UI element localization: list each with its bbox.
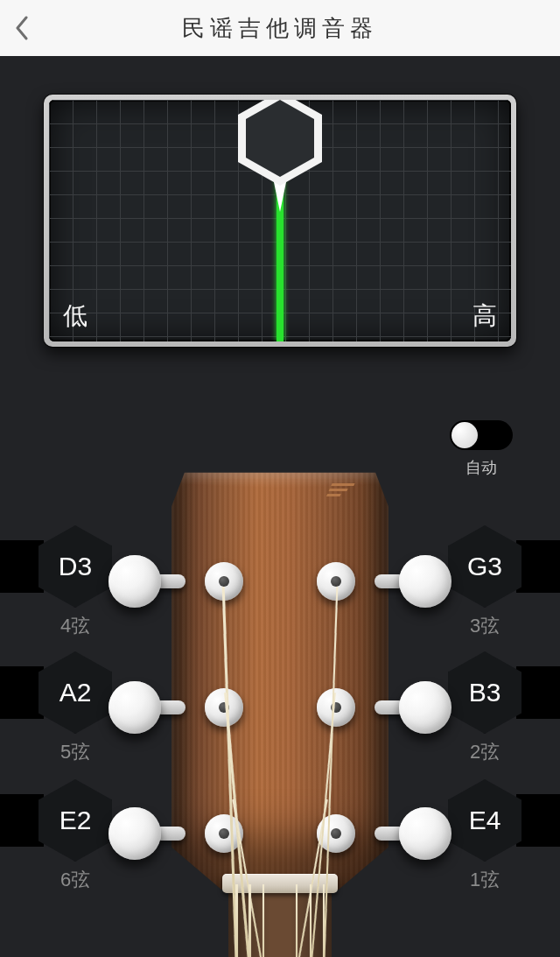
tuner-knob-l1 bbox=[108, 555, 161, 608]
back-button[interactable] bbox=[12, 12, 32, 44]
string-button-g3[interactable]: G3 bbox=[448, 525, 522, 608]
string-stub-left-1 bbox=[0, 540, 44, 593]
string-name-1: 1弦 bbox=[448, 867, 522, 893]
app-body: 低 高 自动 D3 4弦 A2 5弦 E2 6弦 G3 3弦 B3 2弦 E4 … bbox=[0, 56, 560, 957]
string-stub-left-3 bbox=[0, 794, 44, 847]
string-stub-left-2 bbox=[0, 666, 44, 719]
string-5-fret bbox=[248, 884, 251, 957]
tuner-knob-r1 bbox=[399, 555, 452, 608]
string-1-fret bbox=[323, 884, 325, 957]
tuner-knob-r2 bbox=[399, 681, 452, 734]
string-button-e4[interactable]: E4 bbox=[448, 779, 522, 862]
auto-toggle-label: 自动 bbox=[450, 457, 513, 478]
tuner-meter: 低 高 bbox=[44, 95, 516, 347]
string-name-2: 2弦 bbox=[448, 739, 522, 765]
string-button-e2[interactable]: E2 bbox=[38, 779, 112, 862]
page-title: 民谣吉他调音器 bbox=[182, 13, 378, 44]
string-name-6: 6弦 bbox=[38, 867, 112, 893]
app-header: 民谣吉他调音器 bbox=[0, 0, 560, 56]
auto-toggle-block: 自动 bbox=[450, 420, 513, 478]
meter-low-label: 低 bbox=[63, 299, 88, 333]
string-name-4: 4弦 bbox=[38, 613, 112, 639]
string-3-fret bbox=[296, 884, 298, 957]
string-note-label: E4 bbox=[469, 806, 501, 835]
string-name-5: 5弦 bbox=[38, 739, 112, 765]
string-button-d3[interactable]: D3 bbox=[38, 525, 112, 608]
tuner-knob-r3 bbox=[399, 807, 452, 860]
headstock-wood bbox=[172, 464, 388, 890]
meter-indicator-hex bbox=[238, 100, 322, 186]
tuner-knob-l2 bbox=[108, 681, 161, 734]
string-note-label: G3 bbox=[467, 552, 502, 581]
string-post-r2 bbox=[317, 688, 355, 727]
string-6-fret bbox=[235, 884, 238, 957]
string-note-label: A2 bbox=[60, 678, 92, 707]
string-2-fret bbox=[310, 884, 312, 957]
meter-high-label: 高 bbox=[472, 299, 497, 333]
string-stub-right-2 bbox=[516, 666, 560, 719]
string-stub-right-3 bbox=[516, 794, 560, 847]
auto-toggle-knob bbox=[452, 422, 478, 448]
string-stub-right-1 bbox=[516, 540, 560, 593]
chevron-left-icon bbox=[15, 16, 29, 40]
string-note-label: E2 bbox=[60, 806, 92, 835]
guitar-headstock bbox=[172, 464, 388, 957]
auto-toggle[interactable] bbox=[450, 420, 513, 450]
string-button-a2[interactable]: A2 bbox=[38, 651, 112, 734]
string-button-b3[interactable]: B3 bbox=[448, 651, 522, 734]
string-note-label: B3 bbox=[469, 678, 501, 707]
tuner-knob-l3 bbox=[108, 807, 161, 860]
headstock-logo-icon bbox=[326, 483, 354, 497]
string-name-3: 3弦 bbox=[448, 613, 522, 639]
tuner-meter-inner: 低 高 bbox=[49, 100, 511, 341]
string-note-label: D3 bbox=[59, 552, 92, 581]
string-4-fret bbox=[262, 884, 264, 957]
